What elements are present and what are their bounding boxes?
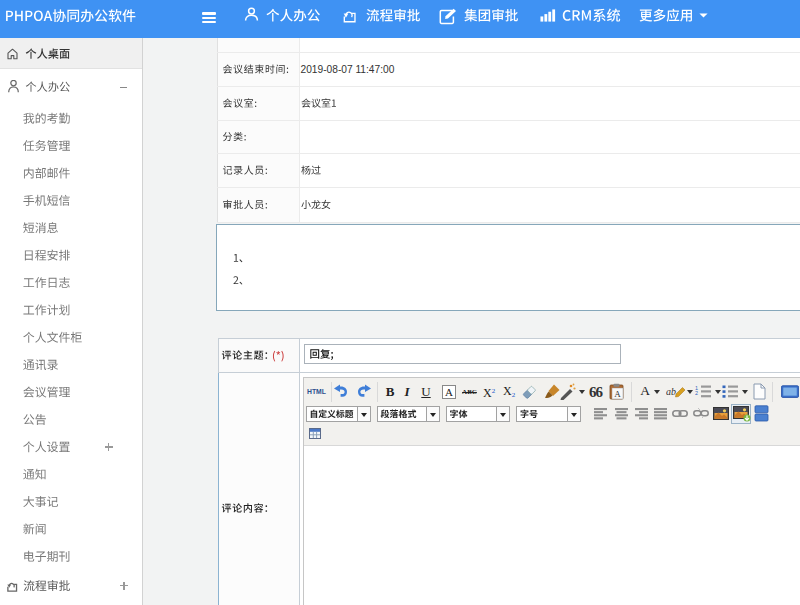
svg-text:2: 2 bbox=[695, 390, 698, 396]
svg-text:A: A bbox=[445, 386, 453, 398]
svg-text:ab: ab bbox=[666, 386, 676, 397]
svg-text:A: A bbox=[614, 389, 621, 399]
